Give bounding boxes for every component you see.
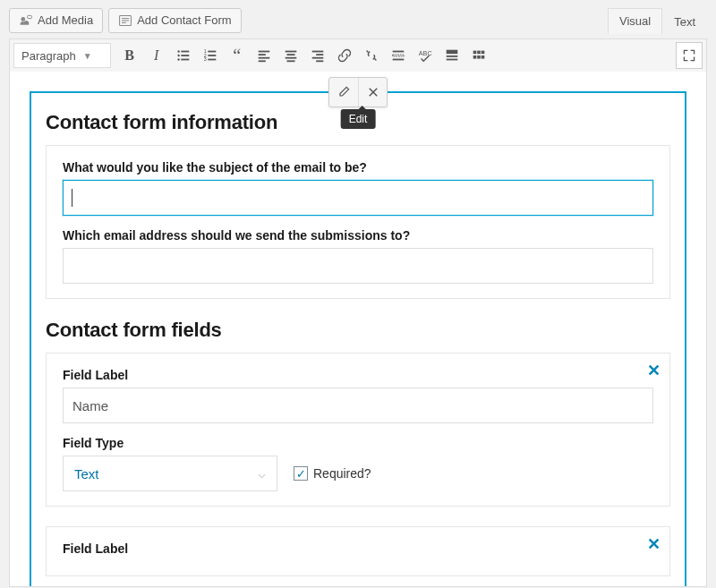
- svg-rect-24: [285, 57, 296, 59]
- field-panel: ✕ Field Label: [46, 526, 670, 576]
- svg-rect-29: [316, 60, 323, 62]
- field-type-value: Text: [74, 466, 99, 481]
- svg-rect-18: [258, 51, 269, 53]
- svg-text:3: 3: [203, 56, 206, 62]
- contact-form-block[interactable]: Edit Contact form information What would…: [30, 91, 686, 586]
- svg-rect-17: [208, 59, 216, 61]
- email-input[interactable]: [63, 248, 653, 284]
- remove-field-button[interactable]: ✕: [647, 534, 661, 554]
- svg-rect-44: [481, 55, 484, 59]
- svg-rect-19: [258, 54, 265, 55]
- svg-rect-34: [392, 59, 404, 61]
- svg-rect-40: [477, 51, 481, 55]
- close-icon: [367, 86, 379, 98]
- svg-text:ABC: ABC: [418, 49, 431, 57]
- svg-point-8: [177, 58, 179, 60]
- link-button[interactable]: [331, 42, 358, 69]
- blockquote-button[interactable]: “: [224, 42, 251, 69]
- edit-block-button[interactable]: [329, 78, 358, 107]
- svg-rect-33: [392, 55, 404, 56]
- svg-rect-42: [473, 55, 476, 59]
- svg-point-0: [21, 17, 25, 21]
- svg-rect-41: [481, 51, 484, 55]
- svg-rect-43: [477, 55, 481, 59]
- add-media-label: Add Media: [38, 13, 93, 27]
- svg-rect-21: [258, 60, 265, 62]
- format-select-value: Paragraph: [21, 49, 76, 63]
- edit-tooltip: Edit: [341, 109, 376, 129]
- svg-rect-11: [181, 59, 189, 61]
- readmore-button[interactable]: [385, 42, 412, 69]
- svg-rect-28: [311, 57, 323, 59]
- tab-visual[interactable]: Visual: [608, 8, 662, 34]
- field-label-input[interactable]: [63, 388, 653, 423]
- svg-rect-22: [285, 51, 296, 53]
- svg-line-30: [366, 51, 368, 53]
- required-checkbox-wrap[interactable]: ✓ Required?: [294, 466, 371, 481]
- editor-toolbar: Paragraph ▼ B I 123 “ ABC: [9, 38, 707, 587]
- svg-rect-32: [392, 51, 404, 53]
- editor-mode-tabs: Visual Text: [608, 7, 707, 33]
- media-icon: [19, 13, 33, 28]
- subject-label: What would you like the subject of the e…: [63, 160, 653, 175]
- align-center-button[interactable]: [277, 42, 304, 69]
- field-label-heading: Field Label: [63, 541, 653, 556]
- text-caret: [72, 189, 72, 207]
- svg-line-31: [374, 59, 376, 61]
- svg-rect-23: [286, 54, 294, 55]
- svg-rect-39: [473, 51, 476, 55]
- svg-rect-9: [181, 51, 189, 53]
- italic-button[interactable]: I: [143, 42, 170, 69]
- add-media-button[interactable]: Add Media: [9, 8, 103, 33]
- svg-rect-1: [28, 15, 32, 18]
- fullscreen-button[interactable]: [676, 42, 703, 69]
- field-type-select[interactable]: Text ⌵: [63, 456, 277, 491]
- svg-point-6: [177, 50, 179, 52]
- svg-rect-25: [286, 60, 294, 62]
- editor-content[interactable]: Edit Contact form information What would…: [10, 72, 706, 586]
- field-label-heading: Field Label: [63, 368, 653, 382]
- section-fields-title: Contact form fields: [46, 319, 670, 342]
- chevron-down-icon: ▼: [83, 51, 92, 61]
- media-buttons: Add Media Add Contact Form: [9, 8, 242, 33]
- svg-rect-38: [446, 59, 457, 61]
- unlink-button[interactable]: [358, 42, 385, 69]
- kitchen-sink-button[interactable]: [465, 42, 492, 69]
- required-label: Required?: [313, 466, 371, 481]
- svg-rect-10: [181, 55, 189, 56]
- format-select[interactable]: Paragraph ▼: [13, 43, 111, 68]
- align-right-button[interactable]: [304, 42, 331, 69]
- chevron-down-icon: ⌵: [258, 465, 266, 481]
- svg-rect-36: [446, 50, 457, 55]
- svg-rect-15: [208, 51, 216, 53]
- info-panel: What would you like the subject of the e…: [46, 145, 670, 299]
- toolbar-toggle-button[interactable]: [439, 42, 465, 69]
- align-left-button[interactable]: [251, 42, 277, 69]
- tab-text[interactable]: Text: [662, 9, 707, 34]
- svg-rect-20: [258, 57, 269, 59]
- pencil-icon: [337, 85, 351, 99]
- svg-rect-26: [311, 51, 323, 53]
- required-checkbox[interactable]: ✓: [294, 466, 308, 481]
- form-icon: [118, 13, 132, 28]
- bold-button[interactable]: B: [116, 42, 143, 69]
- block-toolbar: [328, 77, 388, 107]
- field-panel: ✕ Field Label Field Type Text ⌵ ✓ Requir…: [46, 353, 670, 507]
- spellcheck-button[interactable]: ABC: [412, 42, 439, 69]
- numbered-list-button[interactable]: 123: [197, 42, 224, 69]
- svg-rect-37: [446, 55, 457, 57]
- remove-block-button[interactable]: [358, 78, 387, 107]
- svg-rect-16: [208, 55, 216, 56]
- svg-point-7: [177, 55, 179, 56]
- field-type-heading: Field Type: [63, 436, 653, 450]
- subject-input[interactable]: [63, 180, 653, 216]
- svg-rect-27: [316, 54, 323, 55]
- bullet-list-button[interactable]: [170, 42, 197, 69]
- add-contact-form-label: Add Contact Form: [137, 13, 232, 27]
- add-contact-form-button[interactable]: Add Contact Form: [108, 8, 242, 33]
- remove-field-button[interactable]: ✕: [647, 361, 661, 380]
- editor-top-bar: Add Media Add Contact Form Visual Text: [0, 0, 716, 33]
- email-label: Which email address should we send the s…: [63, 228, 653, 243]
